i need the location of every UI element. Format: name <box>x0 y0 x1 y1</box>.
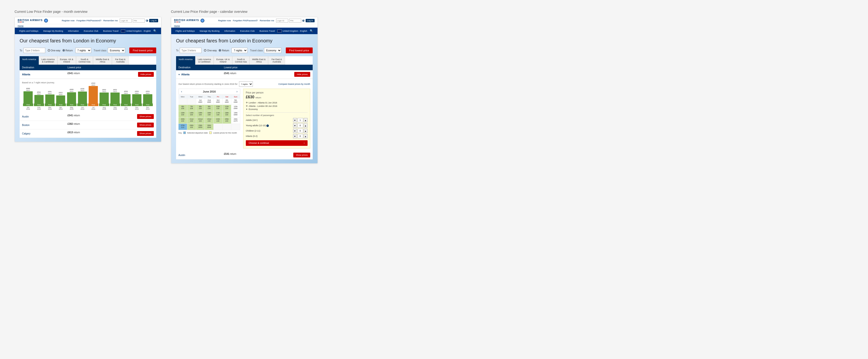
forgotten-link[interactable]: Forgotten PIN/Password? <box>76 19 101 22</box>
right-home-link[interactable]: Home <box>171 24 317 28</box>
right-tab-europe[interactable]: Europe, UK &Ireland <box>214 56 232 65</box>
cal-11[interactable]: 11th£30 <box>223 105 231 111</box>
find-nov-btn[interactable]: Find <box>132 103 142 106</box>
tab-far-east[interactable]: Far East &Australia <box>112 56 129 65</box>
cal-6[interactable]: 6th£56 <box>179 105 187 111</box>
choose-continue-btn[interactable]: Choose & continue › <box>246 140 308 146</box>
right-nav-info[interactable]: Information <box>222 28 238 34</box>
find-apr-btn[interactable]: Find <box>56 103 66 106</box>
right-remember-link[interactable]: Remember me <box>259 19 274 22</box>
cal-26[interactable]: 26th£375 <box>231 118 240 124</box>
cal-29[interactable]: 29th£859 <box>196 124 205 130</box>
nav-flights[interactable]: Flights and holidays <box>17 28 41 34</box>
calgary-show-btn[interactable]: Show prices <box>137 131 154 136</box>
right-tab-north-america[interactable]: North America <box>176 56 195 65</box>
boston-show-btn[interactable]: Show prices <box>137 123 154 127</box>
home-link[interactable]: Home <box>15 24 161 28</box>
right-tab-latin-america[interactable]: Latin America& Caribbean <box>195 56 214 65</box>
infants-down-btn[interactable]: ▾ <box>293 134 297 138</box>
right-austin-show-btn[interactable]: Show prices <box>293 153 310 157</box>
right-nav-manage[interactable]: Manage My Booking <box>197 28 222 34</box>
cal-16[interactable]: 16th£30 <box>205 111 214 118</box>
find-aug-btn[interactable]: Find <box>99 103 109 106</box>
austin-show-btn[interactable]: Show prices <box>137 114 154 119</box>
nav-manage[interactable]: Manage My Booking <box>41 28 66 34</box>
cal-23[interactable]: 23rd£30 <box>205 118 214 124</box>
cal-8[interactable]: 8th£30 <box>196 105 205 111</box>
right-find-btn[interactable]: Find lowest price <box>286 48 313 53</box>
cal-1[interactable]: 1st£880 <box>196 98 205 105</box>
oneway-radio[interactable]: One-way <box>48 49 61 52</box>
left-find-btn[interactable]: Find lowest price <box>129 48 156 53</box>
young-input[interactable] <box>298 123 303 128</box>
right-nav-search-icon[interactable]: 🔍 <box>307 28 316 34</box>
right-oneway-radio[interactable]: One-way <box>204 49 217 52</box>
cal-17[interactable]: 17th£30 <box>214 111 222 118</box>
cal-19[interactable]: 19th£880 <box>231 111 240 118</box>
cal-3[interactable]: 3rd£880 <box>214 98 222 105</box>
destination-input[interactable] <box>24 48 45 53</box>
find-jul-btn[interactable]: Find <box>88 103 98 106</box>
infants-input[interactable] <box>298 134 303 138</box>
right-class-select[interactable]: Economy <box>264 48 281 53</box>
cal-24[interactable]: 24th£30 <box>214 118 222 124</box>
right-atlanta-hide-btn[interactable]: Hide prices <box>294 72 310 77</box>
cal-5[interactable]: 5th£880 <box>231 98 240 105</box>
atlanta-hide-btn[interactable]: Hide prices <box>138 72 154 77</box>
right-forgotten-link[interactable]: Forgotten PIN/Password? <box>233 19 258 22</box>
right-nav-exec[interactable]: Executive Club <box>238 28 257 34</box>
adults-up-btn[interactable]: ▴ <box>304 118 308 122</box>
find-feb-btn[interactable]: Find <box>34 103 44 106</box>
tab-south-asia[interactable]: South &Central Asia <box>76 56 93 65</box>
nav-info[interactable]: Information <box>66 28 82 34</box>
nav-exec[interactable]: Executive Club <box>82 28 101 34</box>
cal-27[interactable]: 27th£10 <box>179 124 187 130</box>
cal-14[interactable]: 14th£30 <box>187 111 196 118</box>
right-destination-input[interactable] <box>180 48 202 53</box>
cal-7[interactable]: 7th£38 <box>187 105 196 111</box>
find-jan-btn[interactable]: Find <box>23 103 33 106</box>
right-login-id-input[interactable] <box>276 19 288 23</box>
cal-9[interactable]: 9th£30 <box>205 105 214 111</box>
find-dec-btn[interactable]: Find <box>143 103 153 106</box>
calendar-compare-link[interactable]: Compare lowest prices by month <box>278 83 310 85</box>
cal-28[interactable]: 28th£30 <box>187 124 196 130</box>
cal-22[interactable]: 22nd£30 <box>196 118 205 124</box>
pin-input[interactable] <box>133 19 145 23</box>
find-mar-btn[interactable]: Find <box>45 103 55 106</box>
class-select[interactable]: Economy Business First <box>108 48 125 53</box>
young-up-btn[interactable]: ▴ <box>304 123 308 128</box>
boston-link[interactable]: Boston <box>22 124 30 126</box>
right-atlanta-link[interactable]: Atlanta <box>181 73 190 76</box>
cal-next-btn[interactable]: › <box>236 90 239 93</box>
children-up-btn[interactable]: ▴ <box>304 129 308 133</box>
cal-2[interactable]: 2nd£880 <box>205 98 214 105</box>
login-id-input[interactable] <box>120 19 132 23</box>
atlanta-link[interactable]: Atlanta <box>22 73 30 76</box>
right-nights-select[interactable]: 7 nights <box>231 48 248 53</box>
cal-21[interactable]: 21st£30 <box>187 118 196 124</box>
right-austin-link[interactable]: Austin <box>179 154 185 156</box>
children-down-btn[interactable]: ▾ <box>293 129 297 133</box>
find-sep-btn[interactable]: Find <box>110 103 120 106</box>
login-button[interactable]: Log in <box>149 19 158 22</box>
infants-up-btn[interactable]: ▴ <box>304 134 308 138</box>
right-login-button[interactable]: Log in <box>306 19 315 22</box>
tab-latin-america[interactable]: Latin America& Caribbean <box>39 56 57 65</box>
find-oct-btn[interactable]: Find <box>121 103 131 106</box>
austin-link[interactable]: Austin <box>22 115 29 118</box>
young-info-icon[interactable]: i <box>267 124 269 127</box>
adults-input[interactable] <box>298 118 303 122</box>
children-input[interactable] <box>298 129 303 133</box>
right-register-link[interactable]: Register now <box>218 19 231 22</box>
cal-10[interactable]: 10th£30 <box>214 105 222 111</box>
cal-20[interactable]: 20th£30 <box>179 118 187 124</box>
cal-30[interactable]: 30th£848 <box>205 124 214 130</box>
right-tab-middle-east[interactable]: Middle East &Africa <box>249 56 268 65</box>
calendar-duration-select[interactable]: 7 nights <box>239 81 253 87</box>
cal-15[interactable]: 15th£30 <box>196 111 205 118</box>
cal-12[interactable]: 12th£880 <box>231 105 240 111</box>
return-radio[interactable]: Return <box>62 49 73 52</box>
right-return-radio[interactable]: Return <box>219 49 229 52</box>
tab-north-america[interactable]: North America <box>20 56 39 65</box>
